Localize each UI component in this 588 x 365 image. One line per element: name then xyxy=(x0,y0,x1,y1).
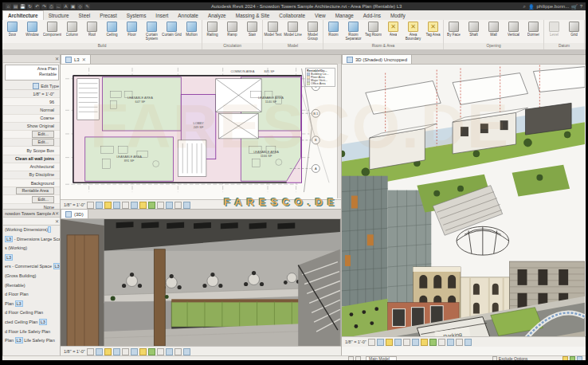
reveal-hidden-icon[interactable] xyxy=(429,339,437,346)
text-icon[interactable]: A xyxy=(63,4,69,10)
temporary-view-properties-icon[interactable] xyxy=(166,202,173,209)
help-icon[interactable]: ? xyxy=(580,4,582,9)
prop-color-scheme-location[interactable]: Background xyxy=(3,179,61,187)
column-button[interactable]: Column xyxy=(62,21,82,41)
open-icon[interactable]: ▤ xyxy=(13,4,18,10)
show-crop-icon[interactable] xyxy=(131,202,138,209)
exterior-view-tab[interactable]: 3D (Shaded) Uncropped xyxy=(342,54,412,64)
undo-icon[interactable]: ↶ xyxy=(34,4,40,10)
active-workset-dropdown[interactable]: Main Model xyxy=(366,356,397,361)
color-scheme-legend[interactable]: Rentable/Gu... Building Co... Floor Area… xyxy=(305,68,335,87)
curtain-grid-button[interactable]: Curtain Grid xyxy=(162,21,182,41)
floor-plan-canvas[interactable]: LEASABLE AREA647 SF LEASABLE AREA1140 SF… xyxy=(61,65,340,199)
tag-room-button[interactable]: Tag Room xyxy=(363,21,383,41)
door-button[interactable]: Door xyxy=(2,21,22,41)
sun-path-icon[interactable] xyxy=(104,348,112,355)
hide-analytical-icon[interactable] xyxy=(456,339,463,346)
interior-3d-canvas[interactable] xyxy=(61,219,340,347)
tree-item[interactable]: (Rentable) xyxy=(3,281,61,291)
wall-opening-button[interactable]: Wall xyxy=(484,21,504,41)
stair-button[interactable]: Stair xyxy=(242,21,262,41)
temporary-view-properties-icon[interactable] xyxy=(166,348,173,355)
close-icon[interactable]: ✕ xyxy=(55,210,59,216)
sun-path-icon[interactable] xyxy=(386,339,393,346)
checkbox-icon[interactable] xyxy=(492,356,497,360)
group-label-room-area[interactable]: Room & Area xyxy=(323,43,443,49)
tree-item[interactable]: L3 - Dimensions Large Scale xyxy=(3,235,61,245)
scale-control[interactable]: 1/8" = 1'-0" xyxy=(64,202,85,207)
tree-item[interactable]: d Floor Life Safety Plan xyxy=(3,328,61,337)
curtain-system-button[interactable]: Curtain System xyxy=(142,21,162,41)
section-icon[interactable]: ◇ xyxy=(77,4,83,10)
exterior-3d-canvas[interactable]: Parking xyxy=(342,65,585,347)
group-label-circulation[interactable]: Circulation xyxy=(202,43,262,49)
tab-manage[interactable]: Manage xyxy=(331,11,359,20)
tab-annotate[interactable]: Annotate xyxy=(173,11,203,20)
tab-collaborate[interactable]: Collaborate xyxy=(274,11,310,20)
visual-style-icon[interactable] xyxy=(377,339,384,346)
prop-view-scale[interactable]: 1/8" = 1'-0" xyxy=(3,90,61,98)
prop-detail-level[interactable]: Coarse xyxy=(3,115,61,123)
shadows-icon[interactable] xyxy=(113,348,120,355)
scale-control[interactable]: 1/8" = 1'-0" xyxy=(64,349,85,354)
close-tab-icon[interactable]: ✕ xyxy=(82,57,86,62)
edit-type-row[interactable]: Edit Type xyxy=(5,82,59,90)
thin-lines-icon[interactable]: ✎ xyxy=(84,4,90,10)
sun-path-icon[interactable] xyxy=(104,202,112,209)
model-text-button[interactable]: Model Text xyxy=(263,21,283,41)
tab-steel[interactable]: Steel xyxy=(74,11,96,20)
worksharing-display-icon[interactable] xyxy=(157,348,164,355)
constraints-icon[interactable] xyxy=(183,202,190,209)
dormer-button[interactable]: Dormer xyxy=(523,21,543,41)
tab-massing-site[interactable]: Massing & Site xyxy=(231,11,275,20)
level-button[interactable]: Level xyxy=(544,21,564,41)
tree-item[interactable]: d Floor Ceiling Plan xyxy=(3,308,61,318)
prop-parts-visibility[interactable]: Show Original xyxy=(3,123,61,131)
floor-button[interactable]: Floor xyxy=(122,21,142,41)
crop-view-icon[interactable] xyxy=(122,202,129,209)
tree-item[interactable]: (Gross Building) xyxy=(3,272,61,281)
edit-button[interactable]: Edit... xyxy=(32,131,54,138)
shadows-icon[interactable] xyxy=(113,202,120,209)
browser-search-row[interactable]: ✕ xyxy=(3,218,61,226)
group-label-build[interactable]: Build xyxy=(2,43,202,49)
group-label-datum[interactable]: Datum xyxy=(544,43,584,49)
area-button[interactable]: Area xyxy=(383,21,403,41)
tab-modify[interactable]: Modify xyxy=(386,11,410,20)
crop-view-icon[interactable] xyxy=(122,348,129,355)
exclude-options-toggle[interactable]: Exclude Options xyxy=(492,356,527,360)
tree-item[interactable]: (Working Dimensions) xyxy=(3,226,61,235)
hide-analytical-icon[interactable] xyxy=(174,348,182,355)
close-icon[interactable]: ✕ xyxy=(55,56,59,61)
edit-button[interactable]: Edit... xyxy=(32,139,54,146)
sync-icon[interactable]: ↻ xyxy=(27,4,33,10)
tab-architecture[interactable]: Architecture xyxy=(2,10,44,20)
selection-count-icon[interactable] xyxy=(577,356,582,360)
temporary-hide-icon[interactable] xyxy=(421,339,428,346)
constraints-icon[interactable] xyxy=(465,339,472,346)
model-line-button[interactable]: Model Line xyxy=(283,21,303,41)
temporary-hide-icon[interactable] xyxy=(139,202,147,209)
tag-area-button[interactable]: Tag Area xyxy=(423,21,443,41)
tab-insert[interactable]: Insert xyxy=(151,11,173,20)
detail-level-icon[interactable] xyxy=(87,202,94,209)
reveal-hidden-icon[interactable] xyxy=(148,348,155,355)
area-boundary-button[interactable]: Area Boundary xyxy=(403,21,423,41)
component-button[interactable]: Component xyxy=(42,21,62,41)
by-face-button[interactable]: By Face xyxy=(444,21,464,41)
3d-view-icon[interactable]: ▣ xyxy=(70,4,76,10)
print-icon[interactable]: ⎙ xyxy=(49,4,54,10)
prop-wall-join-display[interactable]: Clean all wall joins xyxy=(3,155,61,163)
show-crop-icon[interactable] xyxy=(131,348,138,355)
group-label-opening[interactable]: Opening xyxy=(444,43,543,49)
prop-orientation[interactable]: By Scope Box xyxy=(3,147,61,155)
tab-precast[interactable]: Precast xyxy=(95,11,122,20)
room-button[interactable]: Room xyxy=(323,21,343,41)
prop-show-hidden-lines[interactable]: By Discipline xyxy=(3,171,61,179)
tab-systems[interactable]: Systems xyxy=(122,11,151,20)
visual-style-icon[interactable] xyxy=(96,202,103,209)
clear-search-icon[interactable]: ✕ xyxy=(55,218,59,224)
worksharing-display-icon[interactable] xyxy=(438,339,445,346)
tree-item[interactable]: Plan L3 xyxy=(3,300,61,309)
quick-access-toolbar[interactable]: ⌂ ▤ 💾 ↻ ↶ ↷ ⎙ ⌳ A ▣ ◇ ✎ xyxy=(6,4,90,10)
